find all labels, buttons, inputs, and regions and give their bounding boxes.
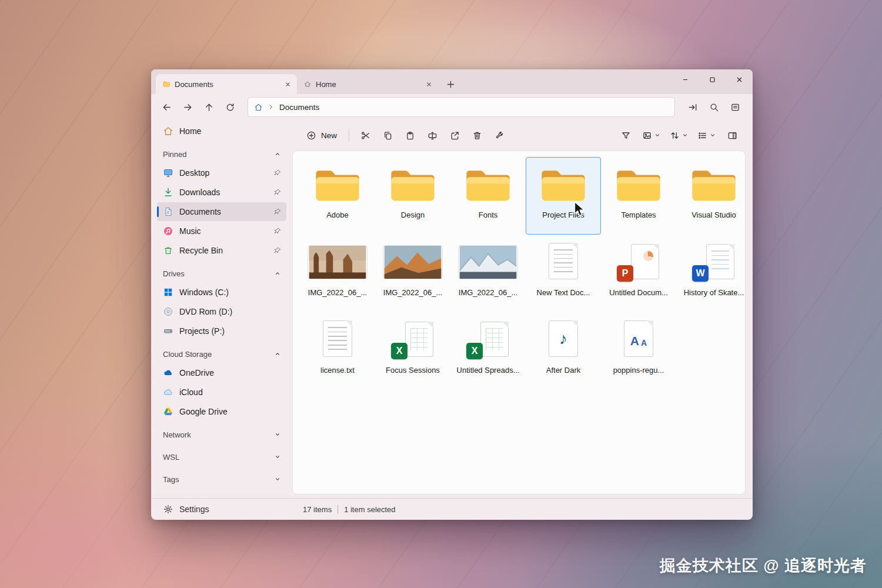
section-label: Drives bbox=[163, 269, 185, 278]
delete-icon bbox=[472, 131, 482, 141]
sidebar-section-pinned[interactable]: Pinned bbox=[156, 145, 289, 163]
sidebar-item-documents[interactable]: Documents bbox=[157, 202, 286, 221]
group-icon bbox=[697, 131, 707, 141]
up-button[interactable] bbox=[199, 98, 218, 116]
delete-button[interactable] bbox=[466, 125, 488, 145]
file-tile[interactable]: IMG_2022_06_... bbox=[300, 235, 375, 312]
file-name: IMG_2022_06_... bbox=[459, 288, 517, 297]
forward-icon bbox=[183, 102, 193, 112]
selected-count: 1 item selected bbox=[344, 505, 395, 514]
back-button[interactable] bbox=[157, 98, 176, 116]
new-button-label: New bbox=[321, 131, 337, 140]
chevron-up-icon bbox=[275, 351, 280, 357]
refresh-icon bbox=[225, 102, 235, 112]
file-tile[interactable]: Untitled Spreads... bbox=[450, 312, 526, 390]
file-name: license.txt bbox=[320, 366, 355, 375]
file-tile[interactable]: History of Skate... bbox=[676, 235, 746, 312]
sidebar-item-projects[interactable]: Projects (P:) bbox=[157, 322, 286, 340]
sidebar-item-recycle-bin[interactable]: Recycle Bin bbox=[157, 241, 286, 260]
sidebar-section-drives[interactable]: Drives bbox=[156, 265, 289, 282]
tab-documents[interactable]: Documents bbox=[156, 74, 297, 94]
home-icon bbox=[163, 126, 173, 136]
file-tile[interactable]: Adobe bbox=[300, 157, 375, 235]
file-tile[interactable]: After Dark bbox=[526, 312, 601, 390]
chevron-up-icon bbox=[275, 151, 280, 157]
jump-to-button[interactable] bbox=[683, 98, 702, 116]
properties-button[interactable] bbox=[488, 125, 510, 145]
filter-icon bbox=[621, 131, 631, 141]
file-tile[interactable]: IMG_2022_06_... bbox=[375, 235, 450, 312]
sidebar-section-tags[interactable]: Tags bbox=[156, 470, 289, 488]
new-button[interactable]: New bbox=[299, 125, 344, 145]
paste-button[interactable] bbox=[399, 125, 421, 145]
file-tile[interactable]: Untitled Docum... bbox=[601, 235, 676, 312]
preview-pane-button[interactable] bbox=[721, 125, 743, 145]
sidebar-section-cloud-storage[interactable]: Cloud Storage bbox=[156, 345, 289, 363]
folder-icon bbox=[387, 165, 439, 204]
pin-icon[interactable] bbox=[273, 208, 282, 216]
sidebar-section-network[interactable]: Network bbox=[156, 426, 289, 443]
file-tile[interactable]: poppins-regu... bbox=[601, 312, 676, 390]
file-tile[interactable]: IMG_2022_06_... bbox=[450, 235, 526, 312]
pin-icon[interactable] bbox=[273, 169, 282, 177]
file-tile[interactable]: Focus Sessions bbox=[375, 312, 450, 390]
search-button[interactable] bbox=[704, 98, 723, 116]
cut-button[interactable] bbox=[354, 125, 376, 145]
file-tile[interactable]: New Text Doc... bbox=[526, 235, 601, 312]
details-button[interactable] bbox=[726, 98, 744, 116]
breadcrumb-segment[interactable]: Documents bbox=[279, 103, 319, 112]
forward-button[interactable] bbox=[178, 98, 197, 116]
maximize-button[interactable] bbox=[699, 69, 726, 89]
sidebar-section-wsl[interactable]: WSL bbox=[156, 448, 289, 466]
file-tile[interactable]: Visual Studio bbox=[676, 157, 746, 235]
pin-icon[interactable] bbox=[273, 188, 282, 196]
sidebar-item-windows-c[interactable]: Windows (C:) bbox=[157, 283, 286, 302]
properties-icon bbox=[495, 131, 505, 141]
pin-icon[interactable] bbox=[273, 246, 282, 255]
tab-home[interactable]: Home bbox=[297, 74, 438, 94]
tab-close-button[interactable] bbox=[423, 78, 435, 90]
file-tile-selected[interactable]: Project Files bbox=[526, 157, 601, 235]
view-mode-button[interactable] bbox=[638, 125, 664, 145]
file-tile[interactable]: license.txt bbox=[300, 312, 375, 390]
onedrive-icon bbox=[163, 368, 173, 378]
close-button[interactable] bbox=[726, 69, 753, 89]
minimize-button[interactable] bbox=[671, 69, 699, 89]
file-tile[interactable]: Design bbox=[375, 157, 450, 235]
copy-button[interactable] bbox=[376, 125, 399, 145]
rename-button[interactable] bbox=[421, 125, 443, 145]
new-tab-button[interactable] bbox=[442, 75, 459, 93]
close-icon bbox=[736, 76, 743, 83]
sidebar-item-label: Downloads bbox=[179, 188, 268, 197]
settings-button[interactable]: Settings bbox=[158, 500, 292, 518]
sort-button[interactable] bbox=[666, 125, 692, 145]
sidebar-item-onedrive[interactable]: OneDrive bbox=[157, 363, 286, 382]
sidebar-item-icloud[interactable]: iCloud bbox=[157, 383, 286, 402]
section-label: Cloud Storage bbox=[163, 350, 212, 359]
file-tile[interactable]: Templates bbox=[601, 157, 676, 235]
sidebar-item-dvd[interactable]: DVD Rom (D:) bbox=[157, 302, 286, 321]
sidebar-item-desktop[interactable]: Desktop bbox=[157, 163, 286, 182]
sidebar: Home Pinned Desktop Downloads Documents bbox=[151, 120, 291, 498]
sidebar-item-downloads[interactable]: Downloads bbox=[157, 183, 286, 202]
sidebar-item-google-drive[interactable]: Google Drive bbox=[157, 402, 286, 421]
sidebar-item-home[interactable]: Home bbox=[157, 122, 286, 141]
refresh-button[interactable] bbox=[220, 98, 239, 116]
filter-button[interactable] bbox=[614, 125, 637, 145]
file-name: New Text Doc... bbox=[537, 288, 590, 297]
folder-icon bbox=[537, 165, 589, 204]
chevron-down-icon bbox=[275, 476, 280, 482]
sidebar-item-label: Desktop bbox=[179, 168, 268, 178]
sidebar-item-music[interactable]: Music bbox=[157, 222, 286, 240]
address-bar[interactable]: Documents bbox=[248, 97, 675, 117]
section-label: Tags bbox=[163, 475, 179, 484]
file-tile[interactable]: Fonts bbox=[450, 157, 526, 235]
file-grid: Adobe Design Fonts Project Files bbox=[293, 151, 745, 390]
copy-icon bbox=[383, 131, 393, 141]
pin-icon[interactable] bbox=[273, 227, 282, 235]
content-pane: New bbox=[291, 120, 753, 498]
group-button[interactable] bbox=[693, 125, 720, 145]
tab-close-button[interactable] bbox=[282, 78, 293, 90]
share-button[interactable] bbox=[443, 125, 466, 145]
dvd-icon bbox=[163, 306, 173, 317]
